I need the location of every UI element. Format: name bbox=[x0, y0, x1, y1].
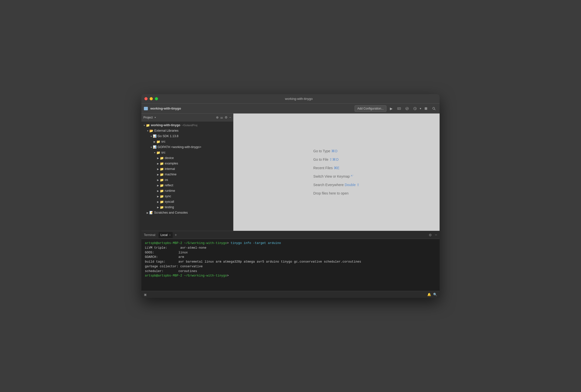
folder-icon-device: 📁 bbox=[160, 156, 164, 160]
profile-button[interactable] bbox=[412, 105, 418, 112]
tree-label-device: device bbox=[165, 156, 174, 160]
tree-arrow-machine: ▶ bbox=[156, 173, 160, 176]
tree-item-scratches[interactable]: ▶ 📝 Scratches and Consoles bbox=[142, 210, 233, 215]
term-symbol-1: > bbox=[227, 241, 229, 246]
sidebar-header-icons: ⊕ ⚌ ⚙ − bbox=[216, 115, 231, 119]
terminal-line-goos: GOOS: linux bbox=[145, 250, 436, 255]
term-key-goos: GOOS: linux bbox=[145, 250, 188, 255]
filter-icon[interactable]: ⚌ bbox=[220, 115, 223, 119]
tree-arrow-runtime: ▶ bbox=[156, 190, 160, 192]
settings-icon[interactable]: ⚙ bbox=[225, 115, 228, 119]
terminal-tab-add[interactable]: + bbox=[175, 233, 177, 237]
terminal-line-scheduler: scheduler: coroutines bbox=[145, 269, 436, 274]
tree-arrow-gopath: ▾ bbox=[149, 146, 153, 149]
hint-goto-file: Go to File ⇧⌘O bbox=[313, 157, 360, 161]
tree-label-go-sdk-src: src bbox=[161, 140, 166, 143]
status-bar-bottom: ▣ 🔔 🔍 bbox=[142, 291, 440, 298]
term-prompt-2: artspb@artspbs-MBP-2 bbox=[145, 274, 182, 278]
shortcut-goto-type: ⌘O bbox=[331, 149, 338, 153]
tree-item-runtime[interactable]: ▶ 📁 runtime bbox=[142, 188, 233, 194]
hint-recent-files: Recent Files ⌘E bbox=[313, 166, 360, 170]
terminal-icon-bottom: ▣ bbox=[144, 293, 146, 296]
term-key-scheduler: scheduler: coroutines bbox=[145, 269, 197, 274]
status-icon-2[interactable]: 🔍 bbox=[433, 293, 437, 296]
maximize-button[interactable] bbox=[155, 97, 158, 100]
tree-label-reflect: reflect bbox=[165, 184, 173, 187]
close-button[interactable] bbox=[144, 97, 148, 100]
tree-arrow-go-sdk: ▾ bbox=[149, 135, 153, 138]
term-symbol-2: > bbox=[227, 274, 229, 278]
build-button[interactable] bbox=[396, 105, 402, 112]
add-configuration-button[interactable]: Add Configuration... bbox=[354, 105, 386, 112]
coverage-button[interactable] bbox=[404, 105, 410, 112]
minimize-button[interactable] bbox=[150, 97, 153, 100]
tree-item-reflect[interactable]: ▶ 📁 reflect bbox=[142, 183, 233, 188]
search-button[interactable] bbox=[431, 105, 437, 112]
folder-icon-examples: 📁 bbox=[160, 162, 164, 165]
scratches-icon: 📝 bbox=[149, 211, 153, 214]
shortcut-switch-view: ^` bbox=[351, 174, 354, 178]
folder-icon-machine: 📁 bbox=[160, 173, 164, 176]
tree-label-ext-libs: External Libraries bbox=[154, 129, 178, 132]
folder-icon-ext-libs: 📂 bbox=[149, 129, 153, 133]
tree-item-internal[interactable]: ▶ 📁 internal bbox=[142, 166, 233, 172]
tree-arrow-root: ▾ bbox=[142, 124, 146, 127]
svg-rect-0 bbox=[398, 108, 400, 109]
tree-item-go-sdk[interactable]: ▾ 📊 Go SDK 1.13.8 bbox=[142, 133, 233, 139]
tree-label-internal: internal bbox=[165, 167, 175, 171]
tree-label-os: os bbox=[165, 178, 168, 182]
status-icon-1[interactable]: 🔔 bbox=[427, 293, 431, 296]
terminal-tab-local[interactable]: Local × bbox=[158, 232, 173, 238]
term-path-2: ~/G/working-with-tinygo bbox=[182, 274, 227, 278]
sidebar-tree: ▾ 📁 working-with-tinygo ~/GolandProj ▾ 📂… bbox=[142, 121, 233, 231]
tree-label-scratches: Scratches and Consoles bbox=[154, 211, 188, 214]
editor-hints: Go to Type ⌘O Go to File ⇧⌘O Recent File… bbox=[313, 149, 360, 195]
folder-icon-runtime: 📁 bbox=[160, 189, 164, 193]
tree-item-device[interactable]: ▶ 📁 device bbox=[142, 155, 233, 161]
tree-arrow-testing: ▶ bbox=[156, 206, 160, 209]
tree-item-syscall[interactable]: ▶ 📁 syscall bbox=[142, 199, 233, 204]
run-button[interactable]: ▶ bbox=[388, 105, 394, 112]
window-title: working-with-tinygo bbox=[161, 97, 436, 101]
term-key-llvm: LLVM triple: avr-atmel-none bbox=[145, 246, 206, 250]
tree-item-sync[interactable]: ▶ 📁 sync bbox=[142, 194, 233, 199]
tree-arrow-ext-libs: ▾ bbox=[146, 129, 149, 132]
terminal-close-button[interactable]: − bbox=[435, 233, 437, 237]
hint-search-everywhere: Search Everywhere Double ⇧ bbox=[313, 183, 360, 187]
svg-point-1 bbox=[406, 107, 408, 110]
tree-label-gopath: GOPATH <working-with-tinygo> bbox=[158, 145, 201, 149]
folder-icon-root: 📁 bbox=[146, 123, 150, 127]
tree-arrow-go-sdk-src: ▶ bbox=[153, 140, 156, 143]
tree-item-testing[interactable]: ▶ 📁 testing bbox=[142, 204, 233, 210]
tree-label-testing: testing bbox=[165, 205, 174, 209]
editor-area: Go to Type ⌘O Go to File ⇧⌘O Recent File… bbox=[233, 113, 440, 231]
tree-arrow-internal: ▶ bbox=[156, 168, 160, 170]
status-bar-right: 🔔 🔍 bbox=[427, 293, 437, 296]
sidebar-arrow: ▾ bbox=[154, 116, 156, 119]
hint-goto-type: Go to Type ⌘O bbox=[313, 149, 360, 153]
collapse-icon[interactable]: − bbox=[229, 115, 231, 119]
tree-item-os[interactable]: ▶ 📁 os bbox=[142, 177, 233, 183]
terminal-line-goarch: GOARCH: arm bbox=[145, 255, 436, 260]
sdk-icon: 📊 bbox=[153, 134, 156, 138]
terminal-label: Terminal: bbox=[144, 233, 156, 237]
terminal-settings-icon[interactable]: ⚙ bbox=[429, 233, 432, 237]
tree-item-gopath[interactable]: ▾ 📊 GOPATH <working-with-tinygo> bbox=[142, 144, 233, 150]
stop-button[interactable] bbox=[423, 105, 429, 112]
hint-switch-view: Switch View or Keymap ^` bbox=[313, 174, 360, 178]
term-key-gc: garbage collector: conservative bbox=[145, 264, 203, 269]
toolbar-project-name: working-with-tinygo bbox=[150, 107, 181, 110]
scope-icon[interactable]: ⊕ bbox=[216, 115, 219, 119]
tree-item-machine[interactable]: ▶ 📁 machine bbox=[142, 172, 233, 177]
tree-item-examples[interactable]: ▶ 📁 examples bbox=[142, 161, 233, 166]
terminal-line-1: artspb@artspbs-MBP-2 ~/G/working-with-ti… bbox=[145, 241, 436, 246]
tree-item-go-sdk-src[interactable]: ▶ 📁 src bbox=[142, 139, 233, 144]
tree-arrow-sync: ▶ bbox=[156, 195, 160, 198]
tree-item-root[interactable]: ▾ 📁 working-with-tinygo ~/GolandProj bbox=[142, 122, 233, 128]
tree-label-examples: examples bbox=[165, 162, 178, 165]
terminal-tab-close[interactable]: × bbox=[169, 234, 170, 237]
folder-icon-testing: 📁 bbox=[160, 205, 164, 209]
tree-item-ext-libs[interactable]: ▾ 📂 External Libraries bbox=[142, 128, 233, 133]
folder-icon-internal: 📁 bbox=[160, 167, 164, 171]
tree-item-gopath-src[interactable]: ▾ 📁 src bbox=[142, 150, 233, 155]
